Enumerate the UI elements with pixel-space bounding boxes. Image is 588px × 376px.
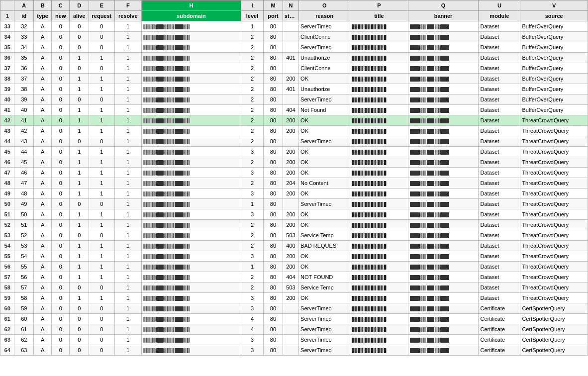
cell-module: Dataset <box>479 136 520 147</box>
cell-port: 80 <box>264 136 283 147</box>
cell-request: 1 <box>89 115 115 126</box>
col-d-letter[interactable]: D <box>70 0 89 11</box>
cell-level: 3 <box>241 303 263 314</box>
cell-new: 0 <box>52 94 70 105</box>
cell-resolve: 1 <box>114 178 141 188</box>
subdomain-cell <box>141 84 241 94</box>
cell-source: CertSpotterQuery <box>520 345 588 356</box>
cell-id: 50 <box>14 209 34 220</box>
cell-alive: 1 <box>70 147 89 157</box>
row-number: 40 <box>0 94 14 105</box>
banner-cell <box>408 63 479 74</box>
cell-request: 0 <box>89 32 115 42</box>
col-b-letter[interactable]: B <box>34 0 52 11</box>
cell-id: 48 <box>14 188 34 199</box>
cell-module: Dataset <box>479 105 520 115</box>
cell-id: 63 <box>14 345 34 356</box>
table-row: 3938A0111280401UnauthorizeDatasetBufferO… <box>0 84 588 94</box>
title-cell <box>350 157 408 168</box>
cell-new: 0 <box>52 282 70 293</box>
col-m-letter[interactable]: M <box>264 0 283 11</box>
cell-source: CertSpotterQuery <box>520 324 588 335</box>
banner-cell <box>408 157 479 168</box>
cell-type: A <box>34 115 52 126</box>
cell-reason: ClientConne <box>299 63 350 74</box>
cell-request: 1 <box>89 178 115 188</box>
cell-alive: 1 <box>70 209 89 220</box>
cell-new: 0 <box>52 84 70 94</box>
col-q-letter[interactable]: Q <box>408 0 479 11</box>
cell-source: CertSpotterQuery <box>520 303 588 314</box>
row-number: 55 <box>0 251 14 262</box>
col-o-letter[interactable]: O <box>299 0 350 11</box>
table-row: 5049A0001180ServerTimeoDatasetThreatCrow… <box>0 199 588 209</box>
cell-reason: ServerTimeo <box>299 324 350 335</box>
col-p-letter[interactable]: P <box>350 0 408 11</box>
header-subdomain: subdomain <box>141 11 241 21</box>
cell-type: A <box>34 262 52 272</box>
cell-source: BufferOverQuery <box>520 53 588 63</box>
subdomain-cell <box>141 105 241 115</box>
col-v-letter[interactable]: V <box>520 0 588 11</box>
cell-reason: ServerTimeo <box>299 136 350 147</box>
cell-request: 0 <box>89 314 115 324</box>
subdomain-cell <box>141 21 241 32</box>
cell-status: 200 <box>283 188 298 199</box>
table-row: 6261A0001480ServerTimeoCertificateCertSp… <box>0 324 588 335</box>
cell-level: 2 <box>241 53 263 63</box>
table-row: 3837A0111280200OKDatasetBufferOverQuery <box>0 74 588 84</box>
cell-request: 1 <box>89 126 115 136</box>
header-source: source <box>520 11 588 21</box>
title-cell <box>350 220 408 230</box>
cell-level: 4 <box>241 324 263 335</box>
cell-port: 80 <box>264 272 283 282</box>
row-number: 35 <box>0 42 14 53</box>
cell-resolve: 1 <box>114 115 141 126</box>
cell-resolve: 1 <box>114 32 141 42</box>
cell-resolve: 1 <box>114 241 141 251</box>
cell-port: 80 <box>264 84 283 94</box>
row-number: 42 <box>0 115 14 126</box>
cell-level: 2 <box>241 105 263 115</box>
banner-cell <box>408 32 479 42</box>
cell-port: 80 <box>264 293 283 303</box>
cell-id: 39 <box>14 94 34 105</box>
row-num-header: 1 <box>0 11 14 21</box>
row-number: 41 <box>0 105 14 115</box>
col-e-letter[interactable]: E <box>89 0 115 11</box>
col-h-letter[interactable]: H <box>141 0 241 11</box>
table-row: 4443A0001280ServerTimeoDatasetThreatCrow… <box>0 136 588 147</box>
cell-type: A <box>34 282 52 293</box>
cell-reason: ServerTimeo <box>299 42 350 53</box>
table-row: 5150A0111380200OKDatasetThreatCrowdQuery <box>0 209 588 220</box>
cell-type: A <box>34 168 52 178</box>
cell-new: 0 <box>52 209 70 220</box>
cell-port: 80 <box>264 314 283 324</box>
banner-cell <box>408 314 479 324</box>
cell-new: 0 <box>52 272 70 282</box>
cell-source: CertSpotterQuery <box>520 314 588 324</box>
col-a-letter[interactable]: A <box>14 0 34 11</box>
subdomain-cell <box>141 147 241 157</box>
cell-status: 200 <box>283 209 298 220</box>
col-n-letter[interactable]: N <box>283 0 298 11</box>
col-u-letter[interactable]: U <box>479 0 520 11</box>
cell-request: 0 <box>89 230 115 241</box>
cell-source: ThreatCrowdQuery <box>520 126 588 136</box>
cell-alive: 1 <box>70 157 89 168</box>
cell-source: BufferOverQuery <box>520 84 588 94</box>
cell-module: Certificate <box>479 324 520 335</box>
cell-request: 0 <box>89 63 115 74</box>
col-f-letter[interactable]: F <box>114 0 141 11</box>
banner-cell <box>408 188 479 199</box>
cell-port: 80 <box>264 126 283 136</box>
cell-reason: BAD REQUES <box>299 241 350 251</box>
cell-status: 404 <box>283 105 298 115</box>
header-title: title <box>350 11 408 21</box>
col-c-letter[interactable]: C <box>52 0 70 11</box>
cell-status: 200 <box>283 293 298 303</box>
cell-id: 45 <box>14 157 34 168</box>
cell-module: Dataset <box>479 293 520 303</box>
subdomain-cell <box>141 63 241 74</box>
col-i-letter[interactable]: I <box>241 0 263 11</box>
